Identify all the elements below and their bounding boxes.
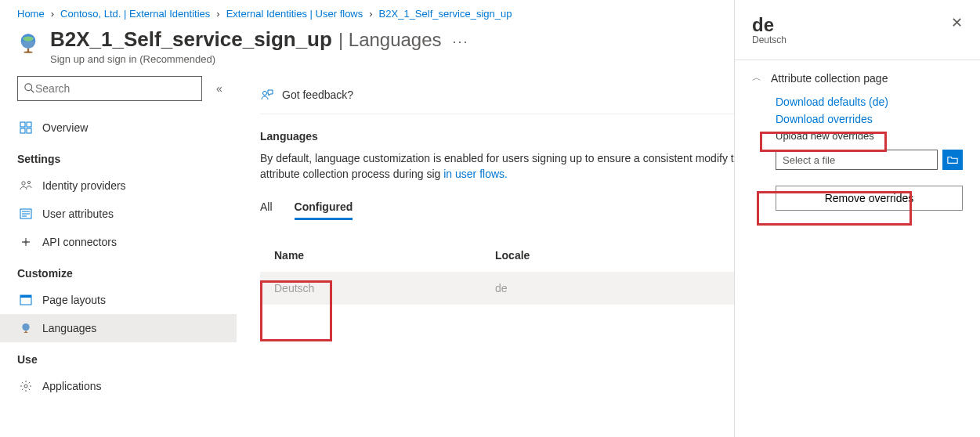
- globe-small-icon: [19, 321, 33, 335]
- sidebar-item-label: Applications: [42, 380, 102, 392]
- accordion-label: Attribute collection page: [771, 72, 888, 85]
- panel-subtitle: Deutsch: [752, 34, 787, 45]
- chevron-up-icon: ︿: [752, 71, 761, 85]
- svg-point-20: [24, 332, 27, 333]
- svg-rect-6: [27, 122, 31, 127]
- download-overrides-link[interactable]: Download overrides: [776, 113, 963, 125]
- folder-icon: [947, 154, 958, 165]
- highlight-box-download-overrides: [760, 132, 887, 152]
- sidebar-item-label: Page layouts: [42, 294, 106, 306]
- dashboard-icon: [19, 121, 33, 135]
- sidebar-item-label: API connectors: [42, 236, 117, 248]
- tab-all[interactable]: All: [260, 200, 273, 220]
- file-select-input[interactable]: Select a file: [776, 150, 938, 170]
- crumb-current[interactable]: B2X_1_Self_service_sign_up: [379, 8, 512, 20]
- svg-point-9: [22, 182, 25, 185]
- doc-link[interactable]: in user flows.: [443, 168, 508, 180]
- sidebar-item-page-layouts[interactable]: Page layouts: [17, 286, 237, 314]
- search-icon: [24, 83, 35, 94]
- crumb-tenant[interactable]: Contoso, Ltd. | External Identities: [60, 8, 210, 20]
- tab-configured[interactable]: Configured: [295, 200, 353, 220]
- feedback-icon: [260, 88, 274, 102]
- form-icon: [19, 207, 33, 221]
- search-input-wrap[interactable]: [17, 76, 202, 101]
- globe-icon: [17, 27, 39, 54]
- sidebar-item-identity[interactable]: Identity providers: [17, 172, 237, 200]
- page-subhead: Sign up and sign in (Recommended): [50, 53, 469, 65]
- feedback-label: Got feedback?: [282, 88, 353, 101]
- sidebar-item-label: User attributes: [42, 208, 114, 220]
- svg-point-15: [25, 241, 27, 243]
- browse-file-button[interactable]: [942, 150, 963, 170]
- highlight-box-name-cell: [260, 280, 332, 341]
- sidebar-heading-settings: Settings: [17, 153, 237, 165]
- close-panel-button[interactable]: ✕: [951, 14, 963, 31]
- svg-point-2: [24, 52, 33, 53]
- svg-point-22: [263, 92, 267, 96]
- svg-point-18: [22, 323, 29, 330]
- sidebar-item-api-connectors[interactable]: API connectors: [17, 228, 237, 256]
- svg-rect-5: [20, 122, 25, 127]
- download-defaults-link[interactable]: Download defaults (de): [776, 96, 963, 108]
- highlight-box-remove-overrides: [757, 191, 912, 226]
- gear-icon: [19, 379, 33, 393]
- col-header-name[interactable]: Name: [260, 249, 495, 262]
- more-actions-button[interactable]: ···: [453, 34, 469, 50]
- sidebar-item-overview[interactable]: Overview: [17, 114, 237, 142]
- sidebar: « Overview Settings Identity providers U…: [0, 76, 237, 400]
- connectors-icon: [19, 235, 33, 249]
- svg-point-3: [25, 84, 32, 91]
- sidebar-item-label: Identity providers: [42, 179, 126, 192]
- accordion-toggle[interactable]: ︿ Attribute collection page: [752, 71, 963, 85]
- sidebar-heading-customize: Customize: [17, 267, 237, 280]
- svg-line-4: [31, 90, 34, 93]
- svg-point-10: [27, 181, 30, 183]
- crumb-home[interactable]: Home: [17, 8, 45, 20]
- sidebar-item-label: Languages: [42, 322, 96, 334]
- page-title: B2X_1_Self_service_sign_up: [50, 27, 332, 52]
- sidebar-item-languages[interactable]: Languages: [0, 314, 237, 342]
- svg-rect-7: [20, 128, 25, 133]
- identity-icon: [19, 179, 33, 193]
- sidebar-heading-use: Use: [17, 353, 237, 366]
- sidebar-item-user-attributes[interactable]: User attributes: [17, 200, 237, 228]
- search-input[interactable]: [35, 82, 195, 95]
- sidebar-item-applications[interactable]: Applications: [17, 372, 237, 400]
- collapse-sidebar-button[interactable]: «: [216, 82, 222, 95]
- panel-title: de: [752, 14, 787, 36]
- crumb-userflows[interactable]: External Identities | User flows: [226, 8, 363, 20]
- page-title-suffix: | Languages: [338, 29, 442, 51]
- svg-point-21: [24, 385, 27, 388]
- svg-rect-8: [27, 128, 31, 133]
- sidebar-item-label: Overview: [42, 121, 88, 134]
- layout-icon: [19, 293, 33, 307]
- svg-rect-17: [20, 295, 31, 298]
